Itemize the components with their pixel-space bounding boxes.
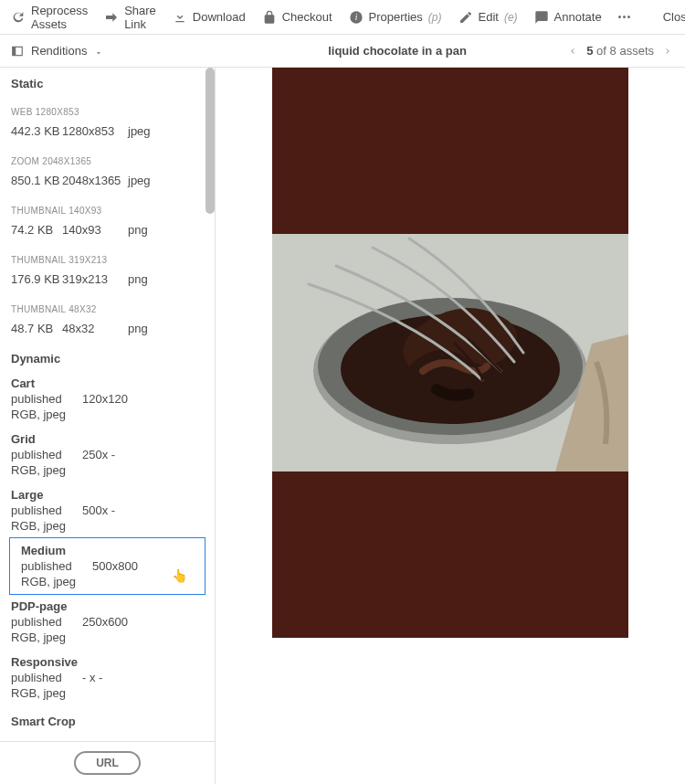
dynamic-rendition-name: Large [11, 488, 204, 502]
rendition-size: 176.9 KB [11, 272, 62, 286]
checkout-label: Checkout [282, 10, 332, 24]
dynamic-rendition-status: published [11, 615, 82, 629]
asset-navigation: 5 of 8 assets [566, 44, 674, 58]
dynamic-rendition-dims: 500x - [82, 503, 115, 517]
static-rendition-row[interactable]: 48.7 KB48x32png [0, 318, 215, 343]
dynamic-rendition-dims: - x - [82, 671, 102, 684]
checkout-button[interactable]: Checkout [262, 10, 332, 25]
dynamic-rendition-dims: 250x600 [82, 615, 128, 629]
info-icon: i [349, 10, 364, 25]
chevron-down-icon [94, 47, 103, 56]
next-asset-button[interactable] [661, 45, 674, 58]
renditions-sidebar: Static WEB 1280X853442.3 KB1280x853jpegZ… [0, 68, 216, 784]
edit-button[interactable]: Edit (e) [458, 10, 518, 25]
rendition-size: 850.1 KB [11, 174, 62, 187]
dynamic-rendition-name: Grid [11, 432, 204, 446]
rendition-format: png [128, 322, 204, 335]
dynamic-rendition-status: published [11, 671, 82, 684]
static-rendition-row[interactable]: 176.9 KB319x213png [0, 269, 215, 293]
static-rendition-row[interactable]: 850.1 KB2048x1365jpeg [0, 170, 215, 195]
download-label: Download [193, 10, 246, 24]
preview-image [272, 234, 628, 471]
pencil-icon [458, 10, 473, 25]
share-link-label: Share Link [124, 4, 156, 31]
preview-image-container [272, 68, 628, 638]
svg-text:i: i [354, 13, 357, 22]
rendition-dims: 48x32 [62, 322, 128, 335]
svg-rect-3 [13, 47, 16, 55]
asset-title: liquid chocolate in a pan [328, 44, 467, 58]
dynamic-rendition-name: Medium [12, 544, 203, 557]
lock-icon [262, 10, 277, 25]
dynamic-rendition-dims: 500x800 [92, 559, 138, 573]
static-rendition-label: THUMBNAIL 48X32 [0, 293, 215, 318]
comment-icon [534, 10, 549, 25]
url-button[interactable]: URL [74, 751, 141, 775]
download-button[interactable]: Download [173, 10, 246, 25]
panel-icon [11, 45, 24, 58]
close-button[interactable]: Close [663, 10, 685, 24]
annotate-button[interactable]: Annotate [534, 10, 602, 25]
dynamic-rendition-format: RGB, jpeg [11, 463, 204, 477]
properties-shortcut: (p) [428, 11, 442, 24]
main-area: Static WEB 1280X853442.3 KB1280x853jpegZ… [0, 68, 685, 784]
scrollbar-thumb[interactable] [206, 68, 215, 214]
dynamic-rendition-name: Cart [11, 376, 204, 390]
dynamic-section-title: Dynamic [0, 343, 215, 371]
static-rendition-label: THUMBNAIL 140X93 [0, 195, 215, 219]
dynamic-rendition-item[interactable]: Responsive published- x - RGB, jpeg [0, 650, 215, 705]
renditions-label: Renditions [31, 44, 87, 58]
share-icon [104, 10, 119, 25]
current-index: 5 [586, 44, 593, 58]
total-count: 8 [610, 44, 616, 58]
dynamic-rendition-status: published [11, 392, 82, 406]
rendition-dims: 2048x1365 [62, 174, 128, 187]
dynamic-rendition-status: published [21, 559, 92, 573]
dynamic-rendition-item[interactable]: Large published500x - RGB, jpeg [0, 482, 215, 538]
dynamic-rendition-name: Responsive [11, 655, 204, 669]
static-rendition-row[interactable]: 442.3 KB1280x853jpeg [0, 121, 215, 145]
rendition-dims: 140x93 [62, 223, 128, 237]
reprocess-label: Reprocess Assets [31, 4, 88, 31]
cursor-hand-icon: 👆 [172, 568, 187, 583]
rendition-format: jpeg [128, 174, 204, 187]
reprocess-button[interactable]: Reprocess Assets [11, 4, 88, 31]
properties-button[interactable]: i Properties (p) [349, 10, 442, 25]
annotate-label: Annotate [554, 10, 602, 24]
rendition-size: 442.3 KB [11, 124, 62, 138]
properties-label: Properties [369, 10, 423, 24]
rendition-size: 48.7 KB [11, 322, 62, 335]
static-section-title: Static [0, 68, 215, 96]
static-rendition-row[interactable]: 74.2 KB140x93png [0, 219, 215, 244]
dynamic-rendition-status: published [11, 503, 82, 517]
dynamic-rendition-format: RGB, jpeg [11, 408, 204, 421]
dynamic-rendition-dims: 120x120 [82, 392, 128, 406]
prev-asset-button[interactable] [566, 45, 579, 58]
static-rendition-label: THUMBNAIL 319X213 [0, 244, 215, 269]
rendition-format: png [128, 223, 204, 237]
top-toolbar: Reprocess Assets Share Link Download Che… [0, 0, 685, 35]
edit-shortcut: (e) [504, 11, 518, 24]
download-icon [173, 10, 187, 25]
more-menu-button[interactable] [618, 16, 630, 18]
dynamic-rendition-item[interactable]: Medium published500x800 RGB, jpeg👆 [9, 537, 206, 595]
sub-toolbar: Renditions liquid chocolate in a pan 5 o… [0, 35, 685, 68]
dynamic-rendition-item[interactable]: Cart published120x120 RGB, jpeg [0, 371, 215, 427]
dynamic-rendition-name: PDP-page [11, 599, 204, 613]
rendition-dims: 1280x853 [62, 124, 128, 138]
smartcrop-section-title: Smart Crop [0, 705, 215, 734]
dynamic-rendition-status: published [11, 448, 82, 461]
dynamic-rendition-format: RGB, jpeg [11, 686, 204, 700]
share-link-button[interactable]: Share Link [104, 4, 156, 31]
dynamic-rendition-item[interactable]: PDP-page published250x600 RGB, jpeg [0, 594, 215, 650]
dynamic-rendition-item[interactable]: Grid published250x - RGB, jpeg [0, 427, 215, 482]
dynamic-rendition-format: RGB, jpeg [11, 519, 204, 533]
static-rendition-label: WEB 1280X853 [0, 96, 215, 121]
rendition-format: png [128, 272, 204, 286]
rendition-format: jpeg [128, 124, 204, 138]
sidebar-scroll[interactable]: Static WEB 1280X853442.3 KB1280x853jpegZ… [0, 68, 215, 741]
dynamic-rendition-format: RGB, jpeg [11, 630, 204, 644]
edit-label: Edit [479, 10, 499, 24]
renditions-dropdown[interactable]: Renditions [11, 44, 103, 58]
preview-area [216, 68, 685, 784]
